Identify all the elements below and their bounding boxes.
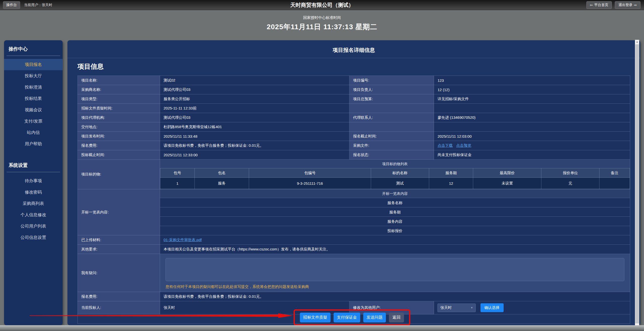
sidebar-item-todo[interactable]: 待办事项 — [4, 175, 63, 187]
sidebar-item-project-signup[interactable]: 项目报名 — [4, 59, 63, 70]
sidebar-item-company-info[interactable]: 公司信息设置 — [4, 232, 63, 243]
sidebar-header-settings: 系统设置 — [7, 157, 60, 172]
scrollbar-thumb[interactable] — [635, 44, 639, 323]
table-row: 项目类型: 服务类公开招标 项目总预算: 详见招标/采购文件 — [78, 94, 630, 104]
clock-source-label: 国家授时中心标准时间 — [0, 15, 644, 20]
lots-col-header: 包编号 — [249, 168, 371, 178]
bid-form-item: 投标报价 — [160, 226, 630, 235]
bid-form-container: 开标一览表内容 服务名称 服务期 服务内容 投标报价 — [160, 189, 630, 235]
table-row: 项目发布时间: 2025/11/11 11:33:48 报名截止时间: 2025… — [78, 132, 630, 141]
lots-cell-value — [599, 178, 630, 189]
lots-data-row: 1 服务 9-3-251111-716 测试 12 未设置 元 — [160, 178, 630, 189]
field-label — [349, 104, 434, 113]
field-label: 项目总预算: — [349, 94, 434, 104]
preview-doc-link[interactable]: 点击预览 — [456, 143, 471, 148]
main-panel: 项目报名详细信息 项目信息 项目名称: 测试02 项目编号: 123 采购商名称… — [67, 40, 640, 325]
lots-col-header: 服务期 — [429, 168, 473, 178]
field-label: 项目发布时间: — [78, 132, 160, 141]
lots-row: 项目标的物: 项目标的物列表 包号 包名 包编号 标的名称 服务期 最高限价 报… — [78, 160, 630, 189]
field-label: 采购文件: — [349, 141, 434, 150]
lots-col-header: 备注 — [599, 168, 630, 178]
console-button[interactable]: 操作台 — [3, 1, 20, 9]
sidebar-item-bid-results[interactable]: 投标结果 — [4, 93, 63, 104]
question-row: 我有疑问: 您有任何对于本项目的疑问都可以在此处填写提交，系统将会把您的问题发送… — [78, 254, 630, 292]
sidebar-item-user-help[interactable]: 用户帮助 — [4, 138, 63, 150]
logout-button[interactable]: 退出登录 ⇨ — [615, 1, 640, 9]
lots-cell-value: 1 — [160, 178, 195, 189]
sidebar-item-bid-clarify[interactable]: 投标澄清 — [4, 82, 63, 93]
change-user-controls: 张天时 ▼ 确认选择 — [434, 301, 630, 314]
clock-area: 国家授时中心标准时间 2025年11月11日 11:37:13 星期二 — [0, 10, 644, 39]
uploaded-label: 已上传材料: — [78, 235, 160, 245]
user-dropdown[interactable]: 张天时 ▼ — [437, 304, 476, 312]
sidebar-item-video-meeting[interactable]: 视频会议 — [4, 104, 63, 116]
send-question-button[interactable]: 发送问题 — [363, 313, 386, 322]
field-label: 项目类型: — [78, 94, 160, 104]
sidebar-item-pay-invoice[interactable]: 支付/发票 — [4, 116, 63, 127]
sidebar-item-company-users[interactable]: 公司用户列表 — [4, 220, 63, 232]
clock-datetime: 2025年11月11日 11:37:13 星期二 — [0, 22, 644, 32]
user-dropdown-value: 张天时 — [440, 305, 470, 310]
logout-label: 退出登录 — [618, 3, 632, 7]
fee-value: 该项目免收标书费，免收平台服务费；投标保证金: 0.01元。 — [160, 292, 630, 301]
sidebar-item-change-password[interactable]: 修改密码 — [4, 187, 63, 198]
pay-deposit-button[interactable]: 支付保证金 — [334, 313, 360, 322]
question-textarea[interactable] — [166, 258, 624, 281]
bid-form-item: 服务内容 — [160, 216, 630, 226]
confirm-select-button[interactable]: 确认选择 — [480, 303, 504, 312]
back-button[interactable]: 返回 — [389, 313, 404, 322]
sidebar-item-bid-hall[interactable]: 投标大厅 — [4, 70, 63, 82]
field-label: 项目负责人: — [349, 85, 434, 94]
topbar: 操作台 当前用户：张天时 天时商贸有限公司（测试） ⇦ 平台首页 退出登录 ⇨ — [0, 0, 644, 10]
question-area: 您有任何对于本项目的疑问都可以在此处填写提交，系统将会把您的问题发送给采购商 — [160, 254, 630, 292]
lots-cell-value: 12 — [429, 178, 473, 189]
other-requirements-row: 其他要求: 本项目相关公告及变更事项在招采测试平台（https://www.cs… — [78, 245, 630, 254]
field-value: 测试代理公司03 — [160, 113, 349, 122]
scroll-up-icon[interactable]: ▲ — [635, 40, 639, 44]
field-value: 服务类公开招标 — [160, 94, 349, 104]
lots-col-header: 报价单位 — [541, 168, 599, 178]
sidebar: 操作中心 项目报名 投标大厅 投标澄清 投标结果 视频会议 支付/发票 站内信 … — [4, 40, 63, 325]
field-value: 12 (12) — [434, 85, 630, 94]
lots-cell-value: 9-3-251111-716 — [249, 178, 371, 189]
field-value — [434, 104, 630, 113]
field-label: 招标文件质疑时间: — [78, 104, 160, 113]
field-value: 测试代理公司03 — [160, 85, 349, 94]
lots-cell-value: 未设置 — [473, 178, 541, 189]
download-doc-link[interactable]: 点击下载 — [437, 143, 453, 148]
forward-arrow-icon: ⇨ — [634, 3, 637, 7]
lots-label: 项目标的物: — [78, 160, 160, 189]
field-value: 2025/11/11 11:33:48 — [160, 132, 349, 141]
platform-home-button[interactable]: ⇦ 平台首页 — [586, 1, 612, 9]
field-label: 报名截止时间: — [349, 132, 434, 141]
table-row: 项目名称: 测试02 项目编号: 123 — [78, 76, 630, 85]
bid-form-item: 服务名称 — [160, 198, 630, 207]
current-bidder-label: 当前投标人: — [78, 301, 160, 314]
field-label: 报名状态: — [349, 150, 434, 160]
other-requirements-value: 本项目相关公告及变更事项在招采测试平台（https://www.cszoc.co… — [160, 245, 630, 254]
page-title: 项目报名详细信息 — [67, 40, 640, 58]
signup-status-value: 尚未支付投标保证金 — [434, 150, 630, 160]
lots-col-header: 包名 — [194, 168, 249, 178]
field-label — [349, 122, 434, 132]
project-info-heading: 项目信息 — [77, 62, 640, 71]
procurement-doc-links: 点击下载点击预览 — [434, 141, 630, 150]
sidebar-item-purchaser-list[interactable]: 采购商列表 — [4, 198, 63, 209]
uploaded-value: 01-采购文件审批表.pdf — [160, 235, 630, 245]
highlighted-actions-box: 招标文件质疑 支付保证金 发送问题 返回 — [294, 309, 410, 325]
uploaded-file-link[interactable]: 01-采购文件审批表.pdf — [164, 238, 202, 242]
table-row: 交付地点: 杜鹃路858号奥克斯缔壹城12栋401 — [78, 122, 630, 132]
table-row: 项目代理机构: 测试代理公司03 代理联系人: 廖先进 (13469070520… — [78, 113, 630, 122]
table-row: 报名费用: 该项目免收标书费，免收平台服务费；投标保证金: 0.01元。 采购文… — [78, 141, 630, 150]
lots-table: 包号 包名 包编号 标的名称 服务期 最高限价 报价单位 备注 1 服务 9-3… — [160, 168, 630, 189]
sidebar-item-messages[interactable]: 站内信 — [4, 127, 63, 138]
other-requirements-label: 其他要求: — [78, 245, 160, 254]
fee-row: 报名费用: 该项目免收标书费，免收平台服务费；投标保证金: 0.01元。 — [78, 292, 630, 301]
sidebar-item-profile-edit[interactable]: 个人信息修改 — [4, 209, 63, 220]
challenge-doc-button[interactable]: 招标文件质疑 — [300, 313, 331, 322]
bid-form-row: 开标一览表内容: 开标一览表内容 服务名称 服务期 服务内容 投标报价 — [78, 189, 630, 235]
vertical-scrollbar[interactable]: ▲ ▼ — [635, 40, 639, 328]
field-value: 2025/11/11 12:03:00 — [434, 132, 630, 141]
question-hint: 您有任何对于本项目的疑问都可以在此处填写提交，系统将会把您的问题发送给采购商 — [166, 284, 624, 289]
page-bottom-gradient — [0, 325, 644, 331]
